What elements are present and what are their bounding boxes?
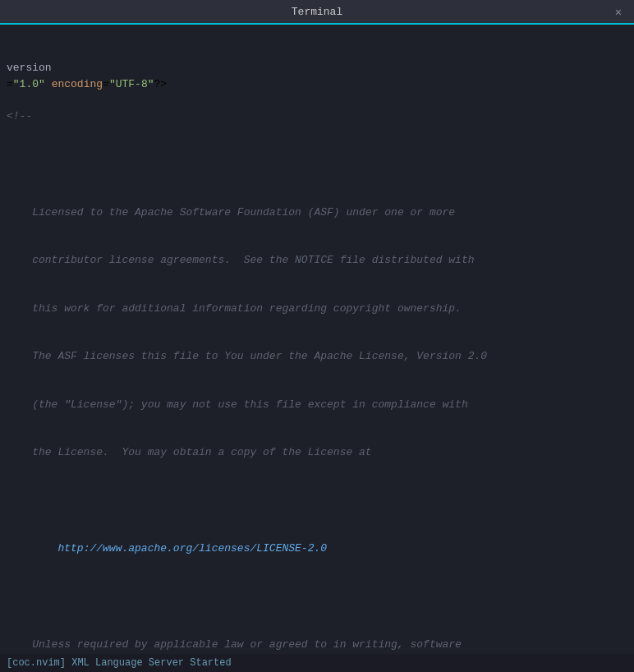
- line-url: http://www.apache.org/licenses/LICENSE-2…: [7, 541, 627, 557]
- line-comment-open: <!--: [7, 108, 627, 125]
- line-comment-6: the License. You may obtain a copy of th…: [7, 444, 627, 461]
- status-bar: [coc.nvim] XML Language Server Started: [0, 654, 634, 672]
- line-xml-decl: version: [7, 60, 627, 76]
- line-comment-5: (the "License"); you may not use this fi…: [7, 397, 627, 413]
- code-editor[interactable]: version="1.0" encoding="UTF-8"?> <!-- Li…: [0, 28, 634, 654]
- line-comment-4: The ASF licenses this file to You under …: [7, 348, 627, 365]
- line-comment-2: contributor license agreements. See the …: [7, 252, 627, 269]
- title-bar: Terminal ✕: [0, 0, 634, 23]
- line-comment-1: Licensed to the Apache Software Foundati…: [7, 205, 627, 221]
- terminal-window: Terminal ✕ version="1.0" encoding="UTF-8…: [0, 0, 634, 672]
- status-text: [coc.nvim] XML Language Server Started: [7, 657, 232, 669]
- title-bar-title: Terminal: [292, 6, 342, 18]
- line-empty-3: [7, 589, 627, 605]
- terminal-content[interactable]: version="1.0" encoding="UTF-8"?> <!-- Li…: [0, 25, 634, 654]
- line-comment-7: Unless required by applicable law or agr…: [7, 637, 627, 653]
- line-empty-1: [7, 156, 627, 173]
- line-empty-2: [7, 493, 627, 509]
- line-comment-3: this work for additional information reg…: [7, 301, 627, 317]
- close-button[interactable]: ✕: [611, 4, 626, 19]
